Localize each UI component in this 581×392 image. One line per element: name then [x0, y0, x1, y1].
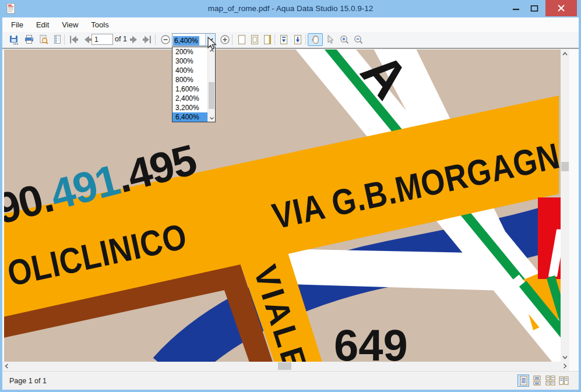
close-icon	[557, 3, 566, 13]
window-title: map_of_rome.pdf - Aqua Data Studio 15.0.…	[0, 4, 581, 13]
pdf-viewer: M 90.491.495 OLICLINICO VIA G.B.MORGAGN …	[2, 48, 579, 371]
menu-file[interactable]: File	[5, 19, 30, 31]
scroll-up-icon	[561, 50, 569, 58]
facing-view-icon	[559, 376, 569, 386]
magnifier-minus-icon	[353, 34, 364, 45]
scroll-down-icon	[561, 353, 569, 362]
select-cursor-icon	[325, 34, 336, 45]
scroll-down-icon	[209, 115, 215, 121]
scroll-up-button[interactable]	[561, 50, 569, 58]
mouse-cursor-icon	[207, 37, 219, 52]
pdf-canvas[interactable]: M 90.491.495 OLICLINICO VIA G.B.MORGAGN …	[4, 50, 561, 362]
scroll-left-icon	[2, 362, 11, 370]
actual-size-button[interactable]	[248, 33, 261, 46]
last-page-icon	[141, 34, 153, 45]
application-window: map_of_rome.pdf - Aqua Data Studio 15.0.…	[0, 0, 581, 392]
title-bar[interactable]: map_of_rome.pdf - Aqua Data Studio 15.0.…	[0, 0, 581, 17]
scroll-down-button[interactable]	[561, 353, 569, 362]
next-page-button[interactable]	[128, 33, 140, 46]
menu-view[interactable]: View	[55, 19, 84, 31]
actual-size-icon	[249, 34, 260, 45]
print-button[interactable]	[23, 33, 36, 46]
continuous-view-button[interactable]	[531, 375, 543, 387]
dropdown-scroll-thumb[interactable]	[209, 82, 214, 109]
zoom-out-icon	[160, 34, 171, 45]
zoom-combo-value: 6,400%	[173, 36, 199, 45]
pages-icon	[52, 34, 64, 45]
print-preview-button[interactable]	[37, 33, 50, 46]
toolbar: 1 of 1 6,400%	[2, 32, 579, 48]
last-page-button[interactable]	[140, 33, 153, 46]
minimize-button[interactable]	[507, 0, 524, 16]
hand-icon	[309, 34, 321, 45]
fit-width-button[interactable]	[261, 33, 274, 46]
print-preview-icon	[38, 34, 50, 45]
maximize-button[interactable]	[526, 0, 543, 16]
zoom-in-icon	[219, 34, 231, 45]
dropdown-scrollbar[interactable]	[207, 47, 215, 122]
fit-width-icon	[262, 34, 273, 45]
single-page-view-icon	[519, 376, 529, 386]
toolbar-separator	[155, 34, 156, 45]
toolbar-separator	[274, 34, 275, 45]
page-bottom-button[interactable]	[291, 33, 304, 46]
marquee-zoom-in-button[interactable]	[338, 33, 351, 46]
page-status-label: Page 1 of 1	[9, 377, 47, 385]
page-count-label: of 1	[115, 35, 127, 43]
page-number-input[interactable]: 1	[91, 34, 113, 45]
first-page-button[interactable]	[68, 33, 80, 46]
single-page-view-button[interactable]	[517, 375, 529, 387]
page-top-icon	[278, 34, 290, 45]
hand-tool-button[interactable]	[308, 33, 323, 46]
marquee-zoom-out-button[interactable]	[352, 33, 365, 46]
magnifier-plus-icon	[339, 34, 350, 45]
select-tool-button[interactable]	[324, 33, 337, 46]
toolbar-separator	[305, 34, 306, 45]
scroll-right-icon	[561, 362, 569, 370]
continuous-view-icon	[532, 376, 542, 386]
toolbar-separator	[232, 34, 233, 45]
zoom-in-button[interactable]	[219, 33, 231, 46]
page-top-button[interactable]	[277, 33, 290, 46]
vertical-scrollbar[interactable]	[561, 50, 569, 362]
pages-button[interactable]	[51, 33, 64, 46]
toolbar-separator	[64, 34, 65, 45]
next-page-icon	[128, 34, 140, 45]
house-number-label: 649	[334, 320, 408, 362]
dropdown-scroll-down-button[interactable]	[208, 115, 215, 122]
save-button[interactable]	[8, 33, 20, 46]
first-page-icon	[68, 34, 80, 45]
facing-continuous-view-icon	[545, 376, 555, 386]
zoom-out-button[interactable]	[159, 33, 172, 46]
facing-view-button[interactable]	[558, 375, 569, 387]
close-button[interactable]	[545, 0, 577, 16]
page-bottom-icon	[292, 34, 304, 45]
maximize-icon	[530, 4, 539, 13]
facing-continuous-view-button[interactable]	[544, 375, 556, 387]
fit-page-icon	[236, 34, 248, 45]
menu-bar: File Edit View Tools	[2, 17, 579, 32]
save-icon	[8, 34, 20, 45]
menu-edit[interactable]: Edit	[30, 19, 55, 31]
scroll-left-button[interactable]	[2, 362, 11, 370]
status-bar: Page 1 of 1	[2, 371, 579, 390]
vertical-scroll-thumb[interactable]	[561, 162, 569, 171]
horizontal-scrollbar[interactable]	[2, 362, 569, 371]
horizontal-scroll-thumb[interactable]	[278, 362, 291, 370]
menu-tools[interactable]: Tools	[84, 19, 115, 31]
zoom-dropdown-list: 200% 300% 400% 800% 1,600% 2,400% 3,200%…	[172, 47, 216, 122]
zoom-combo-field[interactable]: 6,400%	[172, 34, 205, 45]
scroll-right-button[interactable]	[561, 362, 569, 370]
print-icon	[23, 34, 35, 45]
fit-page-button[interactable]	[235, 33, 248, 46]
minimize-icon	[512, 4, 520, 13]
